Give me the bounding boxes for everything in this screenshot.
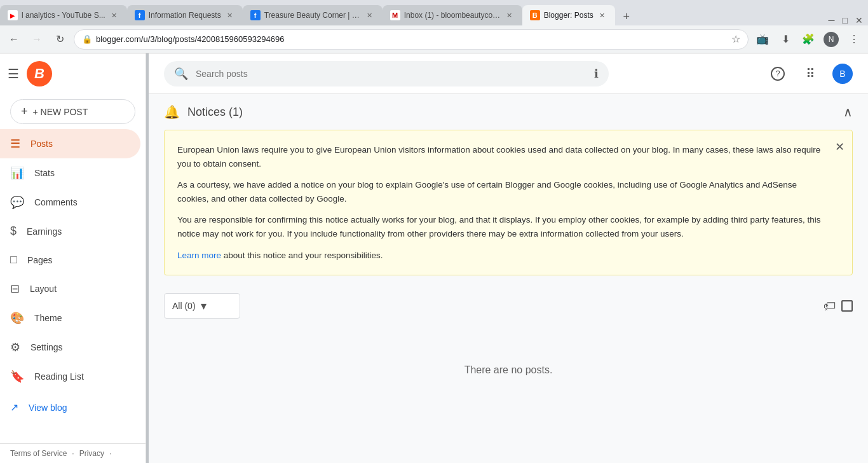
tab-inbox[interactable]: M Inbox (1) - bloombeautycosme... ✕ [383, 5, 522, 25]
sidebar-item-label-comments: Comments [34, 197, 78, 207]
lock-icon: 🔒 [82, 34, 92, 44]
tab-favicon-blogger: B [530, 10, 540, 20]
theme-icon: 🎨 [10, 311, 24, 325]
hamburger-menu-button[interactable]: ☰ [8, 66, 19, 81]
apps-button[interactable]: ⠿ [799, 62, 822, 85]
posts-icon: ☰ [10, 137, 20, 151]
sidebar-item-reading-list[interactable]: 🔖 Reading List [0, 362, 140, 391]
filter-label: All (0) [172, 301, 196, 311]
learn-more-link[interactable]: Learn more [177, 251, 221, 260]
sidebar-header: ☰ B [0, 53, 146, 94]
filter-right: 🏷 [824, 299, 853, 314]
sidebar-item-label-layout: Layout [30, 284, 57, 294]
collapse-notices-button[interactable]: ∧ [843, 104, 853, 120]
info-icon[interactable]: ℹ [594, 67, 599, 81]
window-controls: ─ □ ✕ [829, 15, 868, 25]
reload-button[interactable]: ↻ [51, 31, 69, 48]
sidebar-item-earnings[interactable]: $ Earnings [0, 217, 140, 245]
profile-icon[interactable]: N [822, 31, 840, 48]
address-text: blogger.com/u/3/blog/posts/4200815960593… [96, 34, 725, 44]
notices-header: 🔔 Notices (1) ∧ [149, 94, 868, 130]
address-input[interactable]: 🔒 blogger.com/u/3/blog/posts/42008159605… [74, 29, 749, 50]
notice-box: ✕ European Union laws require you to giv… [164, 130, 853, 275]
sidebar-item-settings[interactable]: ⚙ Settings [0, 333, 140, 362]
plus-icon: + [21, 105, 28, 118]
select-all-checkbox[interactable] [841, 300, 853, 312]
tab-title-blogger: Blogger: Posts [544, 11, 593, 20]
search-icon: 🔍 [174, 67, 188, 81]
address-bar: ← → ↻ 🔒 blogger.com/u/3/blog/posts/42008… [0, 25, 868, 53]
sidebar-item-layout[interactable]: ⊟ Layout [0, 274, 140, 303]
notice-close-button[interactable]: ✕ [835, 138, 844, 156]
blogger-logo-letter: B [34, 66, 44, 82]
privacy-link[interactable]: Privacy [79, 449, 104, 458]
sidebar-item-comments[interactable]: 💬 Comments [0, 188, 140, 217]
menu-icon[interactable]: ⋮ [845, 31, 863, 48]
new-post-button[interactable]: + + NEW POST [10, 99, 135, 124]
page-body: 🔔 Notices (1) ∧ ✕ European Union laws re… [149, 94, 868, 463]
avatar[interactable]: B [832, 64, 853, 84]
dropdown-arrow-icon: ▾ [201, 299, 207, 313]
sidebar-item-theme[interactable]: 🎨 Theme [0, 303, 140, 333]
extensions-icon[interactable]: 🧩 [799, 31, 817, 48]
search-input[interactable] [196, 69, 587, 79]
learn-more-suffix: about this notice and your responsibilit… [221, 251, 383, 260]
terms-link[interactable]: Terms of Service [10, 449, 67, 458]
no-posts-text: There are no posts. [465, 364, 553, 376]
download-icon[interactable]: ⬇ [776, 31, 794, 48]
sidebar-item-posts[interactable]: ☰ Posts [0, 129, 140, 158]
sidebar: ☰ B + + NEW POST ☰ Posts 📊 Stats 💬 Comme… [0, 53, 146, 463]
notice-paragraph-3: You are responsible for confirming this … [177, 213, 827, 240]
sidebar-footer: Terms of Service · Privacy · [0, 443, 146, 463]
sidebar-item-view-blog[interactable]: ↗ View blog [0, 394, 140, 421]
tab-close-youtube[interactable]: ✕ [109, 10, 119, 20]
close-button[interactable]: ✕ [855, 15, 863, 25]
sidebar-item-label-stats: Stats [34, 168, 55, 178]
tab-close-info[interactable]: ✕ [225, 10, 235, 20]
tab-blogger[interactable]: B Blogger: Posts ✕ [522, 5, 615, 25]
tab-treasure[interactable]: f Treasure Beauty Corner | Facet ✕ [243, 5, 383, 25]
notice-paragraph-1: European Union laws require you to give … [177, 143, 827, 170]
back-button[interactable]: ← [5, 31, 23, 48]
tab-bar: ▶ l analytics - YouTube S... ✕ f Informa… [0, 0, 868, 25]
sidebar-item-label-earnings: Earnings [27, 226, 62, 237]
sidebar-item-pages[interactable]: □ Pages [0, 245, 140, 274]
tab-title-inbox: Inbox (1) - bloombeautycosme... [404, 11, 501, 20]
minimize-button[interactable]: ─ [829, 15, 835, 25]
no-posts-message: There are no posts. [149, 326, 868, 414]
maximize-button[interactable]: □ [843, 15, 848, 25]
sidebar-item-label-reading-list: Reading List [34, 371, 84, 382]
label-filter-icon[interactable]: 🏷 [824, 299, 836, 314]
tab-youtube[interactable]: ▶ l analytics - YouTube S... ✕ [0, 5, 127, 25]
cast-icon[interactable]: 📺 [754, 31, 771, 48]
main-content: 🔍 ℹ ? ⠿ B 🔔 Noti [149, 53, 868, 463]
notice-paragraph-2: As a courtesy, we have added a notice on… [177, 178, 827, 205]
sidebar-item-stats[interactable]: 📊 Stats [0, 158, 140, 188]
app-layout: ☰ B + + NEW POST ☰ Posts 📊 Stats 💬 Comme… [0, 53, 868, 463]
bell-icon: 🔔 [164, 104, 180, 120]
tab-close-treasure[interactable]: ✕ [365, 10, 375, 20]
tab-close-inbox[interactable]: ✕ [505, 10, 515, 20]
tab-close-blogger[interactable]: ✕ [597, 10, 607, 20]
tab-favicon-fb2: f [250, 10, 261, 20]
forward-button[interactable]: → [28, 31, 46, 48]
bookmark-icon[interactable]: ☆ [731, 33, 740, 45]
filter-dropdown[interactable]: All (0) ▾ [164, 293, 240, 319]
sidebar-nav: ☰ Posts 📊 Stats 💬 Comments $ Earnings □ … [0, 129, 146, 443]
reading-list-icon: 🔖 [10, 370, 24, 384]
layout-icon: ⊟ [10, 282, 20, 296]
stats-icon: 📊 [10, 166, 24, 180]
tab-title-info: Information Requests [149, 11, 221, 20]
pages-icon: □ [10, 253, 17, 266]
sidebar-item-label-pages: Pages [27, 255, 53, 265]
address-bar-right: 📺 ⬇ 🧩 N ⋮ [754, 31, 863, 48]
new-tab-button[interactable]: + [618, 8, 635, 25]
tab-title-treasure: Treasure Beauty Corner | Facet [264, 11, 361, 20]
apps-icon: ⠿ [806, 66, 816, 81]
help-button[interactable]: ? [766, 62, 789, 85]
settings-icon: ⚙ [10, 340, 20, 354]
notices-title: 🔔 Notices (1) [164, 104, 243, 120]
footer-sep1: · [72, 449, 74, 458]
tab-info-requests[interactable]: f Information Requests ✕ [127, 5, 243, 25]
tab-favicon-youtube: ▶ [8, 10, 18, 20]
